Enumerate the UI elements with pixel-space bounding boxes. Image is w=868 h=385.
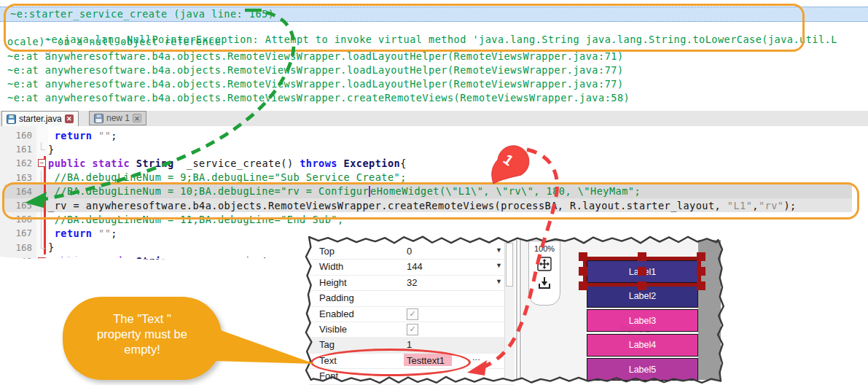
property-row-top[interactable]: Top 0 ▼ xyxy=(309,244,514,260)
tab-starter-java[interactable]: starter.java ✕ xyxy=(1,111,79,126)
code-line-165[interactable]: 165_rv = anywheresoftware.b4a.objects.Re… xyxy=(0,198,868,212)
dropdown-arrow-icon[interactable]: ▼ xyxy=(496,262,502,269)
log-line-exception-wrap[interactable]: ocale)' on a null object reference xyxy=(7,36,221,47)
line-number: 164 xyxy=(0,186,36,197)
code-line-163[interactable]: 163 //BA.debugLineNum = 9;BA.debugLine="… xyxy=(0,171,868,184)
save-screenshot-icon[interactable] xyxy=(536,275,552,291)
line-number: 166 xyxy=(0,214,36,225)
code-text: public static String _service_destro xyxy=(48,255,281,267)
resize-handle[interactable] xyxy=(579,267,587,276)
code-text: } xyxy=(48,241,55,253)
pan-move-icon[interactable] xyxy=(536,256,552,272)
save-file-icon xyxy=(94,114,103,123)
resize-handle[interactable] xyxy=(697,252,705,261)
line-number: 169 xyxy=(0,256,36,267)
property-value[interactable]: 144 xyxy=(407,261,423,272)
log-output-pane: ~e:starter_service_create (java line: 16… xyxy=(0,0,868,109)
callout-text: property must be xyxy=(63,327,222,341)
dropdown-arrow-icon[interactable]: ▼ xyxy=(496,246,502,254)
resize-handle[interactable] xyxy=(638,252,646,261)
resize-handle[interactable] xyxy=(579,281,587,290)
tab-label: starter.java xyxy=(19,114,62,124)
property-row-visible[interactable]: Visible ✓ xyxy=(309,322,514,338)
move-handle[interactable] xyxy=(638,267,646,276)
property-value[interactable]: 0 xyxy=(407,246,412,257)
log-line-stacktrace[interactable]: ~e:at anywheresoftware.b4a.objects.Remot… xyxy=(7,78,624,90)
fold-guide xyxy=(36,212,48,226)
resize-handle[interactable] xyxy=(579,252,587,261)
scrollbar-thumb[interactable] xyxy=(506,243,513,287)
fold-end-icon[interactable] xyxy=(36,142,48,156)
screenshot-root: ~e:starter_service_create (java line: 16… xyxy=(0,0,868,385)
log-line-stacktrace[interactable]: ~e:at anywheresoftware.b4a.objects.Remot… xyxy=(7,92,630,104)
line-number: 161 xyxy=(0,144,36,155)
property-row-width[interactable]: Width 144 ▼ xyxy=(309,259,514,275)
callout-text: empty! xyxy=(63,343,222,357)
property-name: Visible xyxy=(319,324,347,335)
property-row-height[interactable]: Height 32 ▼ xyxy=(309,275,514,291)
annotation-red-ellipse xyxy=(310,349,471,376)
code-line-166[interactable]: 166 //BA.debugLineNum = 11;BA.debugLine=… xyxy=(0,212,868,226)
resize-handle[interactable] xyxy=(697,281,705,290)
line-number: 163 xyxy=(0,172,36,183)
property-row-padding[interactable]: Padding xyxy=(309,290,514,306)
log-line-stacktrace[interactable]: ~e:at anywheresoftware.b4a.objects.Remot… xyxy=(7,64,624,76)
code-line-161[interactable]: 161} xyxy=(0,142,868,156)
code-text: _rv = anywheresoftware.b4a.objects.Remot… xyxy=(48,200,797,211)
fold-guide xyxy=(36,171,48,184)
resize-handle[interactable] xyxy=(697,267,705,276)
property-name: Width xyxy=(319,261,343,272)
tab-new-1[interactable]: new 1 ✕ xyxy=(89,111,146,125)
fold-guide xyxy=(36,226,48,240)
fold-guide xyxy=(36,184,48,198)
zoom-level-label: 100% xyxy=(529,244,560,253)
fold-collapse-icon[interactable] xyxy=(36,156,48,170)
designer-label5[interactable]: Label5 xyxy=(587,358,698,381)
tab-close-icon[interactable]: ✕ xyxy=(65,114,74,123)
line-number: 162 xyxy=(0,158,36,168)
property-name: Padding xyxy=(319,292,354,303)
pane-splitter[interactable] xyxy=(520,240,521,380)
code-line-164[interactable]: 164 //BA.debugLineNum = 10;BA.debugLine=… xyxy=(0,184,868,198)
dropdown-arrow-icon[interactable]: ▼ xyxy=(496,278,502,285)
callout-bubble: The "Text " property must be empty! xyxy=(63,297,222,380)
property-name: Tag xyxy=(319,339,335,350)
line-number: 168 xyxy=(0,242,36,253)
ellipsis-button[interactable]: ... xyxy=(472,351,480,362)
line-number: 167 xyxy=(0,228,36,238)
fold-end-icon[interactable] xyxy=(36,241,48,254)
resize-handle[interactable] xyxy=(638,281,646,290)
pane-splitter[interactable] xyxy=(516,240,517,380)
line-number: 165 xyxy=(0,200,36,211)
fold-marker[interactable] xyxy=(36,128,48,142)
fold-guide xyxy=(36,198,48,212)
properties-designer-screenshot: Top 0 ▼ Width 144 ▼ Height 32 ▼ Padding … xyxy=(309,240,721,380)
code-text: //BA.debugLineNum = 9;BA.debugLine="Sub … xyxy=(48,171,407,183)
code-line-167[interactable]: 167 return ""; xyxy=(0,226,868,240)
property-name: Enabled xyxy=(319,308,354,319)
checkbox-checked-icon[interactable]: ✓ xyxy=(407,308,418,320)
line-number: 160 xyxy=(0,130,36,141)
code-text: public static String _service_create() t… xyxy=(48,158,407,169)
code-text: } xyxy=(48,144,55,155)
property-name: Top xyxy=(319,246,335,257)
tab-label: new 1 xyxy=(106,113,130,123)
property-name: Height xyxy=(319,277,347,288)
log-line-error-header[interactable]: ~e:starter_service_create (java line: 16… xyxy=(10,8,274,20)
code-line-162[interactable]: 162public static String _service_create(… xyxy=(0,156,868,170)
code-line-160[interactable]: 160 return ""; xyxy=(0,128,868,142)
code-text: return ""; xyxy=(48,228,117,239)
designer-label4[interactable]: Label4 xyxy=(587,334,698,357)
callout-text: The "Text " xyxy=(63,312,222,326)
fold-collapse-icon[interactable] xyxy=(36,254,48,268)
property-row-enabled[interactable]: Enabled ✓ xyxy=(309,306,514,322)
save-file-icon xyxy=(7,114,16,124)
tab-close-icon[interactable]: ✕ xyxy=(133,114,141,122)
checkbox-checked-icon[interactable]: ✓ xyxy=(407,324,418,335)
designer-zoom-toolbar: 100% xyxy=(528,241,560,306)
code-text: //BA.debugLineNum = 10;BA.debugLine="rv … xyxy=(48,185,641,197)
properties-scrollbar[interactable] xyxy=(504,240,515,380)
callout-tail xyxy=(211,327,315,364)
log-line-stacktrace[interactable]: ~e:at anywheresoftware.b4a.objects.Remot… xyxy=(7,50,624,62)
property-value[interactable]: 32 xyxy=(407,277,417,288)
